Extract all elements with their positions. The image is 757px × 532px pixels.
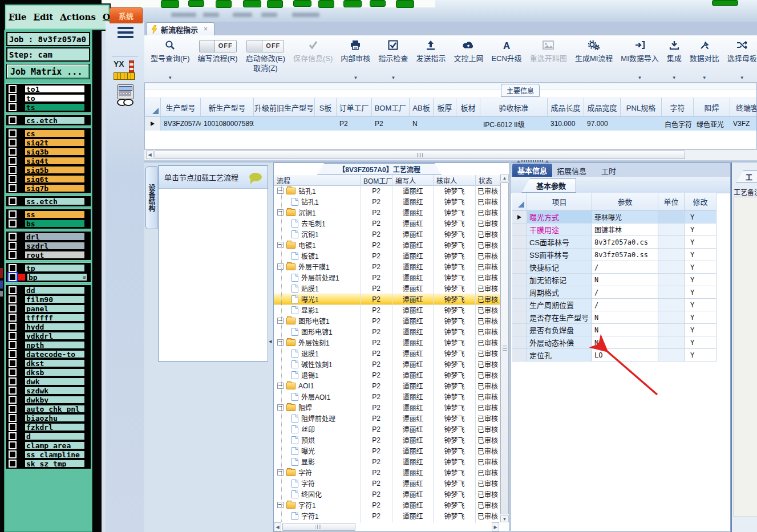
layer-checkbox[interactable]: [9, 94, 17, 102]
flow-row[interactable]: 沉铜1P2谭丽红钟梦飞已审核: [274, 229, 501, 239]
tree-expander-icon[interactable]: [277, 502, 284, 508]
param-row[interactable]: 干膜用途图镀菲林Y: [512, 224, 716, 236]
layer-name[interactable]: rout: [25, 251, 85, 259]
layer-row[interactable]: sig2t: [6, 138, 90, 147]
layer-checkbox[interactable]: [9, 233, 17, 241]
layer-checkbox[interactable]: [9, 314, 17, 322]
flow-row[interactable]: 钻孔1P2谭丽红钟梦飞已审核: [274, 196, 501, 207]
toolbar-button-11[interactable]: MI数据导入▼: [617, 37, 662, 82]
table-row[interactable]: 8V3FZ057A010010800075892P2P2NIPC-6012 II…: [145, 117, 757, 131]
layer-name[interactable]: ts: [25, 103, 85, 111]
layer-name[interactable]: ss: [25, 210, 85, 218]
param-value-cell[interactable]: N: [592, 274, 658, 286]
layer-checkbox[interactable]: [9, 166, 17, 174]
calculator-link-icon[interactable]: [116, 84, 135, 106]
layer-row[interactable]: tp: [6, 263, 90, 273]
params-column-header[interactable]: 参数: [592, 193, 658, 211]
param-value-cell[interactable]: N: [592, 311, 658, 324]
scrollbar-thumb[interactable]: [282, 523, 355, 531]
flow-row[interactable]: 图形电镀1P2谭丽红钟梦飞已审核: [274, 315, 501, 326]
layer-name[interactable]: dd: [25, 286, 85, 294]
toolbar-button-13[interactable]: 数据对比▼: [686, 37, 723, 82]
flow-column-header[interactable]: 编写人: [392, 175, 434, 185]
flow-row[interactable]: 丝印P2谭丽红钟梦飞已审核: [274, 424, 501, 434]
flow-row[interactable]: 曝光1P2谭丽红钟梦飞已审核: [274, 294, 501, 304]
layer-name[interactable]: sig2t: [25, 139, 85, 147]
scrollbar-thumb[interactable]: [500, 182, 509, 514]
column-header[interactable]: 字符: [662, 98, 694, 117]
layer-row[interactable]: sig7b: [6, 184, 90, 193]
layer-row[interactable]: dksb: [6, 368, 90, 377]
tree-expander-icon[interactable]: [277, 339, 284, 346]
layer-checkbox[interactable]: [9, 405, 17, 413]
flow-row[interactable]: 沉铜1P2谭丽红钟梦飞已审核: [274, 207, 501, 218]
layer-name[interactable]: sig4t: [25, 157, 85, 165]
params-column-header[interactable]: 项目: [527, 193, 592, 211]
layer-name[interactable]: to1: [25, 85, 85, 93]
tree-expander-icon[interactable]: [277, 263, 284, 270]
layer-row[interactable]: hydd: [6, 322, 90, 331]
layer-name[interactable]: szdwk: [25, 387, 85, 395]
layer-checkbox[interactable]: [9, 129, 17, 137]
layer-row[interactable]: sig5b: [6, 165, 90, 174]
flow-row[interactable]: 贴膜1P2谭丽红钟梦飞已审核: [274, 283, 501, 294]
flow-row[interactable]: 显影P2谭丽红钟梦飞已审核: [274, 456, 501, 467]
hamburger-menu-icon[interactable]: [118, 27, 133, 38]
splitter-grip[interactable]: [517, 159, 549, 163]
layer-checkbox[interactable]: [9, 323, 17, 331]
layer-name[interactable]: dksb: [25, 368, 85, 376]
param-row[interactable]: 曝光方式菲林曝光Y: [512, 211, 716, 224]
tree-expander-icon[interactable]: [277, 209, 284, 216]
layer-checkbox[interactable]: [9, 341, 17, 349]
layer-row[interactable]: to: [6, 94, 90, 103]
toolbar-button-12[interactable]: 集成▼: [663, 37, 686, 82]
layer-row[interactable]: sig6t: [6, 174, 90, 184]
flow-row[interactable]: 字符1P2谭丽红钟梦飞已审核: [274, 499, 501, 510]
param-row[interactable]: 是否有负焊盘NY: [512, 324, 716, 336]
layer-name[interactable]: film90: [25, 295, 85, 303]
layer-checkbox[interactable]: [9, 377, 17, 385]
flow-row[interactable]: 字符P2谭丽红钟梦飞已审核: [274, 467, 501, 478]
param-row[interactable]: 定位孔LOY: [512, 349, 716, 362]
layer-checkbox[interactable]: [9, 220, 17, 228]
layer-row[interactable]: ss.etch: [6, 197, 90, 206]
layer-row[interactable]: d: [6, 432, 90, 441]
layer-name[interactable]: tfffff: [25, 314, 85, 322]
column-header[interactable]: 生产型号: [161, 98, 201, 117]
layer-row[interactable]: rout: [6, 250, 90, 259]
layer-name[interactable]: sig6t: [25, 175, 85, 183]
param-row[interactable]: 周期格式/Y: [512, 286, 716, 299]
yx-factory-icon[interactable]: YX: [114, 59, 135, 80]
flow-row[interactable]: 终固化P2谭丽红钟梦飞已审核: [274, 489, 501, 499]
menu-item[interactable]: File: [9, 12, 27, 22]
tree-expander-icon[interactable]: [277, 469, 284, 476]
layer-name[interactable]: datecode-to: [25, 350, 85, 358]
params-column-header[interactable]: 修改: [685, 193, 716, 211]
layer-name[interactable]: ss.etch: [25, 197, 85, 205]
flow-row[interactable]: 退膜1P2谭丽红钟梦飞已审核: [274, 348, 501, 359]
tab-process-remarks[interactable]: 工: [736, 170, 757, 183]
layer-checkbox[interactable]: [9, 251, 17, 259]
tab-work-hours[interactable]: 工时: [601, 165, 616, 176]
column-header[interactable]: 成品宽度: [584, 98, 621, 117]
param-value-cell[interactable]: LO: [592, 349, 658, 362]
column-header[interactable]: 阻焊: [694, 98, 730, 117]
column-header[interactable]: 板厚: [434, 98, 456, 117]
flow-row[interactable]: 外层AOI1P2谭丽红钟梦飞已审核: [274, 391, 501, 402]
flow-row[interactable]: 图形电镀1P2谭丽红钟梦飞已审核: [274, 326, 501, 337]
layer-name[interactable]: d: [25, 432, 85, 440]
layer-name[interactable]: drl: [25, 233, 85, 241]
param-value-cell[interactable]: 8v3fz057a0.cs: [592, 236, 658, 249]
layer-row[interactable]: ts: [6, 103, 90, 112]
param-value-cell[interactable]: N: [592, 336, 658, 349]
param-row[interactable]: 是否存在生产型号NY: [512, 311, 716, 324]
layer-checkbox[interactable]: [9, 210, 17, 218]
layer-row[interactable]: dwk: [6, 377, 90, 386]
system-menu-button[interactable]: 系统: [110, 7, 143, 23]
layer-checkbox[interactable]: [9, 460, 17, 468]
toolbar-button-6[interactable]: 发送指示: [412, 37, 450, 82]
layer-row[interactable]: auto_chk_pnl: [6, 404, 90, 413]
toolbar-button-1[interactable]: OFF编写流程(R): [194, 37, 242, 82]
dropdown-caret-icon[interactable]: ▼: [702, 75, 707, 82]
layer-name[interactable]: biaozhu: [25, 414, 85, 422]
